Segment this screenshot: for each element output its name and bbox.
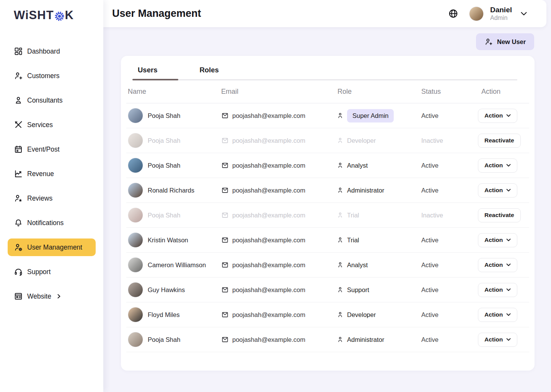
brand-logo: WiSHT K: [0, 8, 103, 22]
tab-underline-track: [132, 79, 517, 80]
sidebar-item-customers[interactable]: Customers: [8, 67, 96, 85]
avatar: [128, 232, 143, 248]
status-text: Active: [421, 112, 478, 119]
action-button[interactable]: Action: [478, 258, 517, 272]
person-icon: [337, 162, 344, 169]
role-cell: Administrator: [337, 186, 421, 194]
role-cell: Trial: [337, 236, 421, 244]
email-cell: poojashah@example.com: [221, 186, 337, 194]
name-cell: Pooja Shah: [126, 332, 221, 347]
status-text: Active: [421, 286, 478, 294]
person-icon: [337, 336, 344, 343]
chevron-down-icon: [506, 263, 511, 266]
sidebar-item-dashboard[interactable]: Dashboard: [8, 42, 96, 60]
table-row: Pooja Shah poojashah@example.com Trial I…: [126, 203, 529, 228]
action-label: Reactivate: [484, 137, 514, 144]
website-icon: [14, 292, 23, 301]
action-label: Action: [484, 162, 503, 169]
action-button[interactable]: Action: [478, 283, 517, 297]
sidebar-item-user-management[interactable]: User Management: [8, 238, 96, 256]
avatar: [128, 257, 143, 273]
tab-active-underline: [132, 79, 178, 80]
role-cell: Trial: [337, 211, 421, 219]
chevron-down-icon: [506, 164, 511, 167]
column-header-status: Status: [421, 88, 478, 96]
table-row: Ronald Richards poojashah@example.com Ad…: [126, 178, 529, 203]
user-email: poojashah@example.com: [232, 237, 305, 244]
sidebar-item-consultants[interactable]: Consultants: [8, 91, 96, 109]
name-cell: Cameron Williamson: [126, 257, 221, 273]
sidebar-item-revenue[interactable]: Revenue: [8, 165, 96, 183]
review-star-icon: [14, 194, 23, 203]
column-header-action: Action: [478, 88, 529, 96]
chevron-down-icon: [506, 313, 511, 316]
user-name: Kristin Watson: [148, 237, 188, 244]
user-name: Guy Hawkins: [148, 286, 185, 294]
email-cell: poojashah@example.com: [221, 112, 337, 119]
avatar: [128, 133, 143, 148]
action-button[interactable]: Action: [478, 333, 517, 347]
avatar: [128, 332, 143, 347]
chevron-down-icon[interactable]: [520, 11, 527, 16]
user-name: Pooja Shah: [148, 137, 180, 144]
action-button[interactable]: Reactivate: [478, 208, 521, 222]
action-button[interactable]: Action: [478, 308, 517, 322]
sidebar-item-label: User Management: [27, 243, 82, 252]
user-name: Daniel: [490, 6, 512, 14]
dashboard-icon: [14, 47, 23, 56]
sidebar-item-website[interactable]: Website: [8, 287, 96, 305]
person-icon: [337, 112, 344, 119]
globe-icon[interactable]: [448, 8, 458, 19]
sidebar-item-services[interactable]: Services: [8, 116, 96, 134]
chevron-down-icon: [506, 114, 511, 117]
top-header: User Management Daniel Admin: [103, 0, 546, 27]
role-badge: Analyst: [347, 162, 368, 169]
calendar-icon: [14, 145, 23, 154]
name-cell: Kristin Watson: [126, 232, 221, 248]
new-user-button[interactable]: New User: [476, 33, 534, 50]
user-name: Floyd Miles: [148, 311, 179, 318]
action-button[interactable]: Action: [478, 233, 517, 247]
sidebar-item-event-post[interactable]: Event/Post: [8, 140, 96, 158]
avatar: [128, 207, 143, 223]
tab-users[interactable]: Users: [138, 66, 157, 74]
action-button[interactable]: Action: [478, 109, 517, 123]
action-cell: Action: [478, 333, 529, 347]
action-button[interactable]: Action: [478, 183, 517, 198]
mail-icon: [221, 112, 229, 119]
email-cell: poojashah@example.com: [221, 236, 337, 244]
table-row: Cameron Williamson poojashah@example.com…: [126, 253, 529, 278]
action-cell: Reactivate: [478, 208, 529, 222]
person-icon: [337, 311, 344, 318]
sidebar-item-label: Consultants: [27, 96, 62, 105]
action-cell: Action: [478, 158, 529, 173]
sidebar-item-support[interactable]: Support: [8, 263, 96, 281]
user-name: Pooja Shah: [148, 162, 180, 169]
person-icon: [337, 236, 344, 244]
bell-icon: [14, 218, 23, 227]
action-label: Action: [484, 237, 503, 243]
status-text: Active: [421, 336, 478, 343]
action-cell: Action: [478, 109, 529, 123]
role-cell: Developer: [337, 137, 421, 144]
name-cell: Pooja Shah: [126, 133, 221, 148]
mail-icon: [221, 311, 229, 318]
user-table: Name Email Role Status Action Pooja Shah…: [126, 80, 529, 352]
avatar[interactable]: [469, 7, 484, 21]
sidebar-item-label: Website: [27, 292, 51, 301]
action-button[interactable]: Reactivate: [478, 134, 521, 148]
name-cell: Floyd Miles: [126, 307, 221, 322]
role-cell: Support: [337, 286, 421, 294]
sidebar-item-label: Notifications: [27, 219, 64, 227]
email-cell: poojashah@example.com: [221, 311, 337, 318]
table-row: Pooja Shah poojashah@example.com Analyst…: [126, 153, 529, 178]
name-cell: Guy Hawkins: [126, 282, 221, 297]
sidebar-item-notifications[interactable]: Notifications: [8, 214, 96, 232]
tab-roles[interactable]: Roles: [199, 66, 218, 74]
name-cell: Pooja Shah: [126, 108, 221, 123]
user-info: Daniel Admin: [490, 6, 512, 21]
action-button[interactable]: Action: [478, 158, 517, 173]
mail-icon: [221, 336, 229, 343]
sidebar-nav: Dashboard Customers Consultants: [0, 42, 103, 305]
sidebar-item-reviews[interactable]: Reviews: [8, 189, 96, 207]
